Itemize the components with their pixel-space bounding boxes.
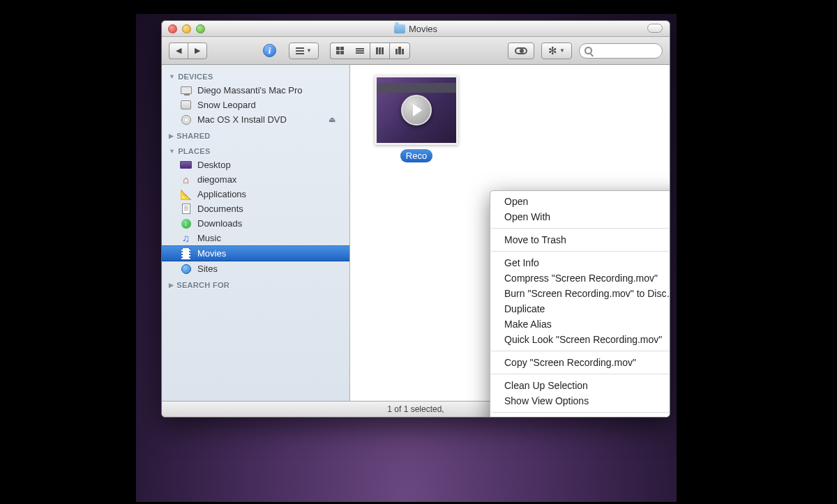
sidebar-item-music[interactable]: ♫Music <box>162 231 349 245</box>
toolbar-toggle-button[interactable] <box>647 24 663 33</box>
ctx-duplicate[interactable]: Duplicate <box>490 301 670 316</box>
toolbar: ◀ ▶ i ▼ ✻▼ <box>162 37 670 65</box>
forward-button[interactable]: ▶ <box>188 43 207 59</box>
sidebar-item-desktop[interactable]: Desktop <box>162 158 349 172</box>
desktop-background: Movies ◀ ▶ i ▼ ✻▼ <box>136 14 677 502</box>
ctx-get-info[interactable]: Get Info <box>490 255 670 270</box>
file-item[interactable]: Reco <box>371 75 462 162</box>
back-button[interactable]: ◀ <box>169 43 188 59</box>
context-menu: Open Open With▶ Move to Trash Get Info C… <box>490 190 670 418</box>
content-area[interactable]: Reco Open Open With▶ Move to Trash Get I… <box>350 65 670 401</box>
file-thumbnail <box>375 75 458 145</box>
sidebar-section-search-for[interactable]: ▶SEARCH FOR <box>162 279 349 291</box>
ctx-copy[interactable]: Copy "Screen Recording.mov" <box>490 355 670 370</box>
window-title: Movies <box>409 24 437 34</box>
ctx-view-options[interactable]: Show View Options <box>490 393 670 408</box>
sidebar-section-devices[interactable]: ▼DEVICES <box>162 70 349 83</box>
view-list-button[interactable] <box>350 43 370 59</box>
close-button[interactable] <box>168 24 177 33</box>
sidebar-item-sites[interactable]: Sites <box>162 261 349 276</box>
sidebar-item-install-dvd[interactable]: Mac OS X Install DVD⏏ <box>162 112 349 127</box>
action-button[interactable]: ✻▼ <box>541 43 572 59</box>
sidebar-item-applications[interactable]: 📐Applications <box>162 187 349 201</box>
ctx-clean-up[interactable]: Clean Up Selection <box>490 378 670 393</box>
titlebar[interactable]: Movies <box>162 21 670 37</box>
ctx-quick-look[interactable]: Quick Look "Screen Recording.mov" <box>490 332 670 347</box>
minimize-button[interactable] <box>182 24 191 33</box>
sidebar-item-movies[interactable]: Movies <box>162 245 349 261</box>
sidebar-item-home[interactable]: ⌂diegomax <box>162 172 349 187</box>
finder-window: Movies ◀ ▶ i ▼ ✻▼ <box>161 20 670 418</box>
quicklook-button[interactable] <box>508 43 534 59</box>
eject-icon[interactable]: ⏏ <box>329 115 335 124</box>
ctx-move-to-trash[interactable]: Move to Trash <box>490 232 670 247</box>
view-coverflow-button[interactable] <box>389 43 410 59</box>
play-icon <box>401 95 432 125</box>
folder-icon <box>394 24 405 33</box>
ctx-label-header: Label: <box>490 416 670 418</box>
sidebar-item-snow-leopard[interactable]: Snow Leopard <box>162 98 349 112</box>
search-icon <box>585 47 592 54</box>
sidebar: ▼DEVICES Diego Massanti's Mac Pro Snow L… <box>162 65 350 401</box>
ctx-open-with[interactable]: Open With▶ <box>490 209 670 224</box>
ctx-open[interactable]: Open <box>490 194 670 209</box>
ctx-compress[interactable]: Compress "Screen Recording.mov" <box>490 270 670 286</box>
view-column-button[interactable] <box>370 43 389 59</box>
arrange-button[interactable]: ▼ <box>289 43 319 59</box>
search-input[interactable] <box>579 43 663 59</box>
ctx-make-alias[interactable]: Make Alias <box>490 316 670 332</box>
sidebar-item-documents[interactable]: Documents <box>162 201 349 216</box>
ctx-burn[interactable]: Burn "Screen Recording.mov" to Disc… <box>490 286 670 301</box>
status-text: 1 of 1 selected, <box>387 404 444 414</box>
view-icon-button[interactable] <box>330 43 350 59</box>
sidebar-section-places[interactable]: ▼PLACES <box>162 145 349 158</box>
file-name-label: Reco <box>400 149 432 162</box>
info-button[interactable]: i <box>263 44 276 57</box>
zoom-button[interactable] <box>196 24 205 33</box>
sidebar-section-shared[interactable]: ▶SHARED <box>162 130 349 142</box>
sidebar-item-downloads[interactable]: ↓Downloads <box>162 216 349 231</box>
sidebar-item-computer[interactable]: Diego Massanti's Mac Pro <box>162 83 349 98</box>
